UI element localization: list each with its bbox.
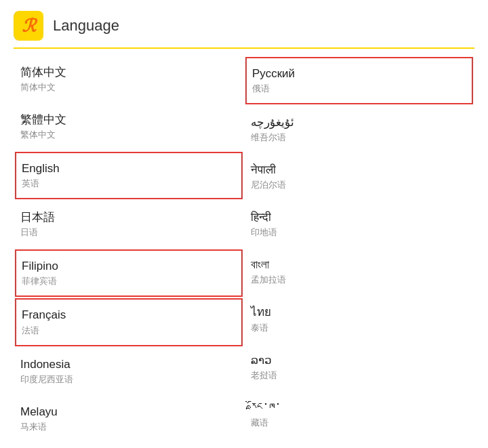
language-item-filipino[interactable]: Filipino菲律宾语 bbox=[15, 249, 243, 297]
language-list: 简体中文简体中文繁體中文繁体中文English英语日本語日语Filipino菲律… bbox=[0, 49, 488, 448]
language-name-lao: ລາວ bbox=[251, 353, 468, 368]
language-item-indonesian[interactable]: Indonesia印度尼西亚语 bbox=[14, 348, 244, 395]
language-name-filipino: Filipino bbox=[22, 259, 236, 274]
language-sub-lao: 老挝语 bbox=[251, 369, 468, 382]
language-sub-hindi: 印地语 bbox=[251, 226, 468, 239]
language-name-thai: ไทย bbox=[251, 305, 468, 320]
language-item-tibetan[interactable]: རྫོང་ཁ་藏语 bbox=[244, 391, 474, 439]
language-item-french[interactable]: Français法语 bbox=[15, 298, 243, 346]
language-name-nepali: नेपाली bbox=[251, 163, 468, 178]
language-name-traditional-chinese: 繁體中文 bbox=[20, 113, 237, 127]
language-item-uyghur[interactable]: ئۇيغۇرچە维吾尔语 bbox=[244, 106, 474, 153]
language-sub-russian: 俄语 bbox=[252, 83, 466, 95]
language-name-french: Français bbox=[22, 308, 236, 323]
language-name-simplified-chinese: 简体中文 bbox=[20, 65, 237, 80]
language-item-english[interactable]: English英语 bbox=[15, 152, 243, 199]
language-item-lao[interactable]: ລາວ老挝语 bbox=[244, 344, 474, 391]
language-sub-thai: 泰语 bbox=[251, 322, 468, 334]
language-sub-french: 法语 bbox=[22, 325, 236, 337]
language-sub-english: 英语 bbox=[22, 178, 236, 190]
language-name-japanese: 日本語 bbox=[20, 210, 237, 225]
language-sub-uyghur: 维吾尔语 bbox=[251, 131, 468, 144]
language-item-vietnamese[interactable]: Tiếng Việt越南语 bbox=[14, 443, 244, 448]
language-name-bengali: বাংলা bbox=[251, 258, 468, 272]
app-header: ℛ Language bbox=[0, 0, 488, 41]
language-name-russian: Русский bbox=[252, 66, 466, 81]
language-item-bengali[interactable]: বাংলা孟加拉语 bbox=[244, 248, 474, 296]
app-logo: ℛ bbox=[14, 11, 43, 41]
left-column: 简体中文简体中文繁體中文繁体中文English英语日本語日语Filipino菲律… bbox=[14, 56, 244, 448]
logo-icon: ℛ bbox=[22, 17, 36, 35]
language-item-burmese[interactable]: မြန်မာ缅甸语 bbox=[244, 439, 474, 448]
language-item-nepali[interactable]: नेपाली尼泊尔语 bbox=[244, 153, 474, 201]
language-sub-filipino: 菲律宾语 bbox=[22, 275, 236, 287]
language-sub-nepali: 尼泊尔语 bbox=[251, 179, 468, 191]
language-item-thai[interactable]: ไทย泰语 bbox=[244, 296, 474, 343]
language-sub-traditional-chinese: 繁体中文 bbox=[20, 129, 237, 141]
language-name-indonesian: Indonesia bbox=[20, 357, 237, 372]
language-sub-bengali: 孟加拉语 bbox=[251, 274, 468, 286]
language-item-hindi[interactable]: हिन्दी印地语 bbox=[244, 201, 474, 248]
language-sub-indonesian: 印度尼西亚语 bbox=[20, 373, 237, 386]
page-title: Language bbox=[53, 17, 119, 35]
language-item-malay[interactable]: Melayu马来语 bbox=[14, 395, 244, 443]
language-name-tibetan: རྫོང་ཁ་ bbox=[251, 401, 468, 415]
language-sub-tibetan: 藏语 bbox=[251, 417, 468, 429]
language-name-english: English bbox=[22, 161, 236, 176]
language-name-uyghur: ئۇيغۇرچە bbox=[251, 115, 468, 130]
language-item-traditional-chinese[interactable]: 繁體中文繁体中文 bbox=[14, 103, 244, 150]
language-name-malay: Melayu bbox=[20, 405, 237, 420]
language-item-japanese[interactable]: 日本語日语 bbox=[14, 201, 244, 248]
language-item-simplified-chinese[interactable]: 简体中文简体中文 bbox=[14, 56, 244, 103]
right-column: Русский俄语ئۇيغۇرچە维吾尔语नेपाली尼泊尔语हिन्दी印地语… bbox=[244, 56, 474, 448]
language-sub-malay: 马来语 bbox=[20, 421, 237, 433]
language-item-russian[interactable]: Русский俄语 bbox=[245, 57, 473, 104]
language-sub-simplified-chinese: 简体中文 bbox=[20, 81, 237, 94]
language-sub-japanese: 日语 bbox=[20, 226, 237, 239]
language-name-hindi: हिन्दी bbox=[251, 210, 468, 225]
